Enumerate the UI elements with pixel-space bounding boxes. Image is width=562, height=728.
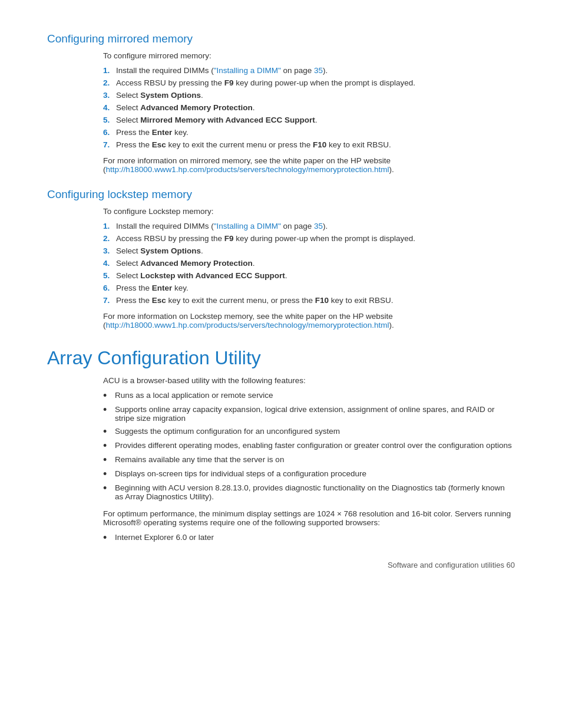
acu-browser-1-text: Internet Explorer 6.0 or later <box>115 533 515 542</box>
bullet-icon-1: • <box>103 390 115 401</box>
mirrored-step-6-num: 6. <box>103 128 116 137</box>
mirrored-step-7-num: 7. <box>103 140 116 149</box>
lockstep-step-4: 4. Select Advanced Memory Protection. <box>103 259 515 268</box>
mirrored-step-3-num: 3. <box>103 91 116 100</box>
acu-performance-para: For optimum performance, the minimum dis… <box>103 509 515 527</box>
mirrored-step-7-content: Press the Esc key to exit the current me… <box>116 140 515 149</box>
bullet-icon-5: • <box>103 454 115 465</box>
acu-feature-2: • Supports online array capacity expansi… <box>103 405 515 423</box>
lockstep-dimm-link[interactable]: "Installing a DIMM" <box>214 222 281 230</box>
lockstep-step-6-content: Press the Enter key. <box>116 284 515 292</box>
mirrored-footer-link[interactable]: http://h18000.www1.hp.com/products/serve… <box>106 165 389 174</box>
bullet-icon-2: • <box>103 404 115 415</box>
lockstep-footer: For more information on Lockstep memory,… <box>103 312 515 330</box>
mirrored-footer: For more information on mirrored memory,… <box>103 156 515 174</box>
mirrored-step-4: 4. Select Advanced Memory Protection. <box>103 103 515 112</box>
page-footer-text: Software and configuration utilities 60 <box>388 561 515 569</box>
mirrored-page-link[interactable]: 35 <box>314 66 323 75</box>
acu-feature-7: • Beginning with ACU version 8.28.13.0, … <box>103 483 515 501</box>
mirrored-steps: 1. Install the required DIMMs ("Installi… <box>103 66 515 149</box>
acu-feature-3: • Suggests the optimum configuration for… <box>103 427 515 437</box>
lockstep-step-7: 7. Press the Esc key to exit the current… <box>103 296 515 305</box>
mirrored-step-1-num: 1. <box>103 66 116 75</box>
bullet-icon-6: • <box>103 469 115 479</box>
acu-feature-5-text: Remains available any time that the serv… <box>115 455 515 464</box>
lockstep-step-2: 2. Access RBSU by pressing the F9 key du… <box>103 234 515 243</box>
mirrored-step-6: 6. Press the Enter key. <box>103 128 515 137</box>
acu-feature-1-text: Runs as a local application or remote se… <box>115 391 515 400</box>
mirrored-step-2: 2. Access RBSU by pressing the F9 key du… <box>103 78 515 87</box>
acu-feature-6-text: Displays on-screen tips for individual s… <box>115 469 515 478</box>
mirrored-step-4-num: 4. <box>103 103 116 112</box>
mirrored-dimm-link[interactable]: "Installing a DIMM" <box>214 66 281 75</box>
lockstep-step-6-num: 6. <box>103 284 116 292</box>
lockstep-step-4-num: 4. <box>103 259 116 268</box>
mirrored-step-3: 3. Select System Options. <box>103 91 515 100</box>
mirrored-step-2-content: Access RBSU by pressing the F9 key durin… <box>116 78 515 87</box>
lockstep-step-2-content: Access RBSU by pressing the F9 key durin… <box>116 234 515 243</box>
lockstep-step-5-num: 5. <box>103 271 116 280</box>
lockstep-intro: To configure Lockstep memory: <box>103 207 515 216</box>
acu-feature-4: • Provides different operating modes, en… <box>103 441 515 451</box>
mirrored-step-6-content: Press the Enter key. <box>116 128 515 137</box>
acu-feature-2-text: Supports online array capacity expansion… <box>115 405 515 423</box>
acu-feature-7-text: Beginning with ACU version 8.28.13.0, pr… <box>115 483 515 501</box>
lockstep-step-1-content: Install the required DIMMs ("Installing … <box>116 222 515 230</box>
lockstep-step-3-content: Select System Options. <box>116 246 515 255</box>
lockstep-step-5-content: Select Lockstep with Advanced ECC Suppor… <box>116 271 515 280</box>
lockstep-step-7-num: 7. <box>103 296 116 305</box>
lockstep-step-2-num: 2. <box>103 234 116 243</box>
acu-intro: ACU is a browser-based utility with the … <box>103 376 515 385</box>
mirrored-step-3-content: Select System Options. <box>116 91 515 100</box>
mirrored-step-5-content: Select Mirrored Memory with Advanced ECC… <box>116 116 515 124</box>
acu-heading: Array Configuration Utility <box>47 347 515 369</box>
lockstep-footer-link[interactable]: http://h18000.www1.hp.com/products/serve… <box>106 321 389 330</box>
bullet-icon-4: • <box>103 440 115 451</box>
page-footer: Software and configuration utilities 60 <box>47 561 515 569</box>
acu-feature-5: • Remains available any time that the se… <box>103 455 515 465</box>
lockstep-heading: Configuring lockstep memory <box>47 188 515 201</box>
lockstep-step-6: 6. Press the Enter key. <box>103 284 515 292</box>
mirrored-step-5-num: 5. <box>103 116 116 124</box>
lockstep-step-3: 3. Select System Options. <box>103 246 515 255</box>
mirrored-heading: Configuring mirrored memory <box>47 32 515 45</box>
page-container: Configuring mirrored memory To configure… <box>0 0 562 605</box>
lockstep-step-3-num: 3. <box>103 246 116 255</box>
bullet-icon-3: • <box>103 426 115 437</box>
acu-section: Array Configuration Utility ACU is a bro… <box>47 347 515 543</box>
acu-feature-1: • Runs as a local application or remote … <box>103 391 515 401</box>
mirrored-intro: To configure mirrored memory: <box>103 51 515 60</box>
mirrored-step-5: 5. Select Mirrored Memory with Advanced … <box>103 116 515 124</box>
lockstep-section: Configuring lockstep memory To configure… <box>47 188 515 330</box>
bullet-icon-7: • <box>103 483 115 493</box>
mirrored-step-7: 7. Press the Esc key to exit the current… <box>103 140 515 149</box>
acu-feature-6: • Displays on-screen tips for individual… <box>103 469 515 479</box>
lockstep-step-4-content: Select Advanced Memory Protection. <box>116 259 515 268</box>
acu-browser-1: • Internet Explorer 6.0 or later <box>103 533 515 543</box>
acu-browsers-list: • Internet Explorer 6.0 or later <box>103 533 515 543</box>
lockstep-page-link[interactable]: 35 <box>314 222 323 230</box>
lockstep-step-7-content: Press the Esc key to exit the current me… <box>116 296 515 305</box>
mirrored-step-4-content: Select Advanced Memory Protection. <box>116 103 515 112</box>
acu-features-list: • Runs as a local application or remote … <box>103 391 515 501</box>
mirrored-step-1: 1. Install the required DIMMs ("Installi… <box>103 66 515 75</box>
lockstep-step-5: 5. Select Lockstep with Advanced ECC Sup… <box>103 271 515 280</box>
lockstep-step-1-num: 1. <box>103 222 116 230</box>
lockstep-steps: 1. Install the required DIMMs ("Installi… <box>103 222 515 305</box>
bullet-icon-browser-1: • <box>103 532 115 543</box>
mirrored-step-2-num: 2. <box>103 78 116 87</box>
mirrored-step-1-content: Install the required DIMMs ("Installing … <box>116 66 515 75</box>
mirrored-section: Configuring mirrored memory To configure… <box>47 32 515 174</box>
acu-feature-3-text: Suggests the optimum configuration for a… <box>115 427 515 436</box>
acu-feature-4-text: Provides different operating modes, enab… <box>115 441 515 450</box>
lockstep-step-1: 1. Install the required DIMMs ("Installi… <box>103 222 515 230</box>
